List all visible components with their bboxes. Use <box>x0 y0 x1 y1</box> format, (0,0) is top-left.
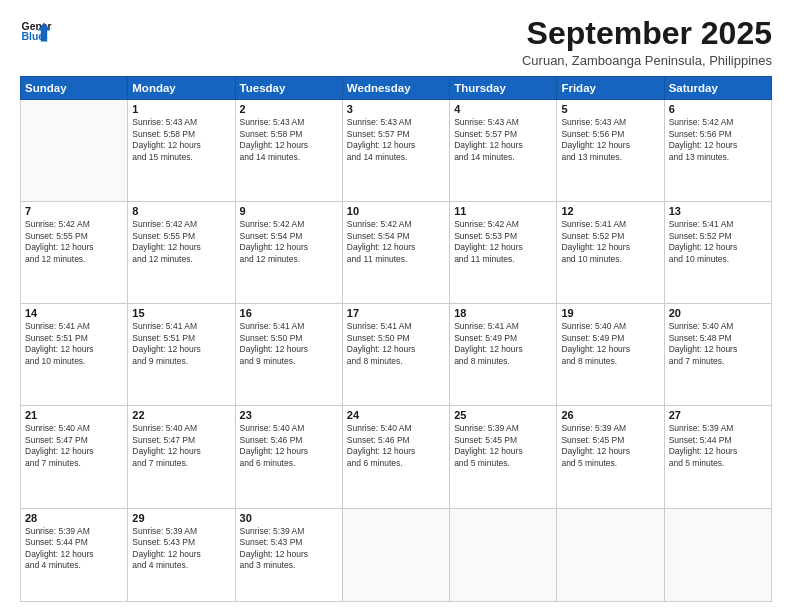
table-row: 30Sunrise: 5:39 AM Sunset: 5:43 PM Dayli… <box>235 508 342 601</box>
day-number: 30 <box>240 512 338 524</box>
day-info: Sunrise: 5:41 AM Sunset: 5:50 PM Dayligh… <box>347 321 445 367</box>
day-info: Sunrise: 5:43 AM Sunset: 5:58 PM Dayligh… <box>240 117 338 163</box>
day-number: 28 <box>25 512 123 524</box>
week-row-1: 1Sunrise: 5:43 AM Sunset: 5:58 PM Daylig… <box>21 100 772 202</box>
table-row: 21Sunrise: 5:40 AM Sunset: 5:47 PM Dayli… <box>21 406 128 508</box>
day-info: Sunrise: 5:42 AM Sunset: 5:54 PM Dayligh… <box>347 219 445 265</box>
subtitle: Curuan, Zamboanga Peninsula, Philippines <box>522 53 772 68</box>
table-row: 11Sunrise: 5:42 AM Sunset: 5:53 PM Dayli… <box>450 202 557 304</box>
col-friday: Friday <box>557 77 664 100</box>
calendar-header-row: Sunday Monday Tuesday Wednesday Thursday… <box>21 77 772 100</box>
table-row: 18Sunrise: 5:41 AM Sunset: 5:49 PM Dayli… <box>450 304 557 406</box>
table-row: 2Sunrise: 5:43 AM Sunset: 5:58 PM Daylig… <box>235 100 342 202</box>
day-number: 23 <box>240 409 338 421</box>
week-row-3: 14Sunrise: 5:41 AM Sunset: 5:51 PM Dayli… <box>21 304 772 406</box>
table-row: 17Sunrise: 5:41 AM Sunset: 5:50 PM Dayli… <box>342 304 449 406</box>
col-saturday: Saturday <box>664 77 771 100</box>
day-number: 22 <box>132 409 230 421</box>
week-row-4: 21Sunrise: 5:40 AM Sunset: 5:47 PM Dayli… <box>21 406 772 508</box>
day-info: Sunrise: 5:40 AM Sunset: 5:48 PM Dayligh… <box>669 321 767 367</box>
day-info: Sunrise: 5:40 AM Sunset: 5:47 PM Dayligh… <box>132 423 230 469</box>
table-row: 28Sunrise: 5:39 AM Sunset: 5:44 PM Dayli… <box>21 508 128 601</box>
day-info: Sunrise: 5:40 AM Sunset: 5:47 PM Dayligh… <box>25 423 123 469</box>
day-number: 29 <box>132 512 230 524</box>
day-info: Sunrise: 5:40 AM Sunset: 5:49 PM Dayligh… <box>561 321 659 367</box>
table-row: 25Sunrise: 5:39 AM Sunset: 5:45 PM Dayli… <box>450 406 557 508</box>
day-number: 17 <box>347 307 445 319</box>
day-info: Sunrise: 5:41 AM Sunset: 5:51 PM Dayligh… <box>25 321 123 367</box>
day-info: Sunrise: 5:43 AM Sunset: 5:56 PM Dayligh… <box>561 117 659 163</box>
table-row <box>664 508 771 601</box>
header: General Blue September 2025 Curuan, Zamb… <box>20 16 772 68</box>
table-row: 23Sunrise: 5:40 AM Sunset: 5:46 PM Dayli… <box>235 406 342 508</box>
col-sunday: Sunday <box>21 77 128 100</box>
day-info: Sunrise: 5:43 AM Sunset: 5:58 PM Dayligh… <box>132 117 230 163</box>
day-info: Sunrise: 5:41 AM Sunset: 5:49 PM Dayligh… <box>454 321 552 367</box>
table-row: 8Sunrise: 5:42 AM Sunset: 5:55 PM Daylig… <box>128 202 235 304</box>
table-row: 22Sunrise: 5:40 AM Sunset: 5:47 PM Dayli… <box>128 406 235 508</box>
day-number: 4 <box>454 103 552 115</box>
table-row: 13Sunrise: 5:41 AM Sunset: 5:52 PM Dayli… <box>664 202 771 304</box>
table-row: 16Sunrise: 5:41 AM Sunset: 5:50 PM Dayli… <box>235 304 342 406</box>
logo-icon: General Blue <box>20 16 52 48</box>
day-number: 13 <box>669 205 767 217</box>
day-info: Sunrise: 5:42 AM Sunset: 5:54 PM Dayligh… <box>240 219 338 265</box>
table-row: 27Sunrise: 5:39 AM Sunset: 5:44 PM Dayli… <box>664 406 771 508</box>
day-number: 7 <box>25 205 123 217</box>
table-row: 6Sunrise: 5:42 AM Sunset: 5:56 PM Daylig… <box>664 100 771 202</box>
day-info: Sunrise: 5:39 AM Sunset: 5:43 PM Dayligh… <box>240 526 338 572</box>
table-row: 14Sunrise: 5:41 AM Sunset: 5:51 PM Dayli… <box>21 304 128 406</box>
day-number: 11 <box>454 205 552 217</box>
title-block: September 2025 Curuan, Zamboanga Peninsu… <box>522 16 772 68</box>
day-number: 24 <box>347 409 445 421</box>
day-info: Sunrise: 5:39 AM Sunset: 5:45 PM Dayligh… <box>561 423 659 469</box>
logo: General Blue <box>20 16 52 48</box>
table-row: 29Sunrise: 5:39 AM Sunset: 5:43 PM Dayli… <box>128 508 235 601</box>
table-row: 5Sunrise: 5:43 AM Sunset: 5:56 PM Daylig… <box>557 100 664 202</box>
col-monday: Monday <box>128 77 235 100</box>
table-row: 1Sunrise: 5:43 AM Sunset: 5:58 PM Daylig… <box>128 100 235 202</box>
day-info: Sunrise: 5:43 AM Sunset: 5:57 PM Dayligh… <box>454 117 552 163</box>
day-number: 1 <box>132 103 230 115</box>
table-row: 9Sunrise: 5:42 AM Sunset: 5:54 PM Daylig… <box>235 202 342 304</box>
day-info: Sunrise: 5:41 AM Sunset: 5:51 PM Dayligh… <box>132 321 230 367</box>
day-number: 19 <box>561 307 659 319</box>
table-row: 4Sunrise: 5:43 AM Sunset: 5:57 PM Daylig… <box>450 100 557 202</box>
month-title: September 2025 <box>522 16 772 51</box>
day-info: Sunrise: 5:39 AM Sunset: 5:45 PM Dayligh… <box>454 423 552 469</box>
day-number: 18 <box>454 307 552 319</box>
day-number: 26 <box>561 409 659 421</box>
day-info: Sunrise: 5:39 AM Sunset: 5:44 PM Dayligh… <box>25 526 123 572</box>
table-row: 26Sunrise: 5:39 AM Sunset: 5:45 PM Dayli… <box>557 406 664 508</box>
table-row: 20Sunrise: 5:40 AM Sunset: 5:48 PM Dayli… <box>664 304 771 406</box>
table-row: 24Sunrise: 5:40 AM Sunset: 5:46 PM Dayli… <box>342 406 449 508</box>
day-number: 8 <box>132 205 230 217</box>
table-row: 15Sunrise: 5:41 AM Sunset: 5:51 PM Dayli… <box>128 304 235 406</box>
table-row <box>342 508 449 601</box>
day-number: 21 <box>25 409 123 421</box>
day-info: Sunrise: 5:42 AM Sunset: 5:53 PM Dayligh… <box>454 219 552 265</box>
day-number: 12 <box>561 205 659 217</box>
week-row-5: 28Sunrise: 5:39 AM Sunset: 5:44 PM Dayli… <box>21 508 772 601</box>
table-row <box>450 508 557 601</box>
day-info: Sunrise: 5:42 AM Sunset: 5:56 PM Dayligh… <box>669 117 767 163</box>
day-number: 9 <box>240 205 338 217</box>
day-info: Sunrise: 5:41 AM Sunset: 5:52 PM Dayligh… <box>669 219 767 265</box>
day-info: Sunrise: 5:41 AM Sunset: 5:50 PM Dayligh… <box>240 321 338 367</box>
day-number: 15 <box>132 307 230 319</box>
day-number: 27 <box>669 409 767 421</box>
table-row: 10Sunrise: 5:42 AM Sunset: 5:54 PM Dayli… <box>342 202 449 304</box>
day-info: Sunrise: 5:42 AM Sunset: 5:55 PM Dayligh… <box>132 219 230 265</box>
day-info: Sunrise: 5:41 AM Sunset: 5:52 PM Dayligh… <box>561 219 659 265</box>
table-row: 7Sunrise: 5:42 AM Sunset: 5:55 PM Daylig… <box>21 202 128 304</box>
col-wednesday: Wednesday <box>342 77 449 100</box>
week-row-2: 7Sunrise: 5:42 AM Sunset: 5:55 PM Daylig… <box>21 202 772 304</box>
day-number: 3 <box>347 103 445 115</box>
day-number: 2 <box>240 103 338 115</box>
calendar-table: Sunday Monday Tuesday Wednesday Thursday… <box>20 76 772 602</box>
col-thursday: Thursday <box>450 77 557 100</box>
day-info: Sunrise: 5:42 AM Sunset: 5:55 PM Dayligh… <box>25 219 123 265</box>
table-row <box>557 508 664 601</box>
table-row: 19Sunrise: 5:40 AM Sunset: 5:49 PM Dayli… <box>557 304 664 406</box>
table-row <box>21 100 128 202</box>
